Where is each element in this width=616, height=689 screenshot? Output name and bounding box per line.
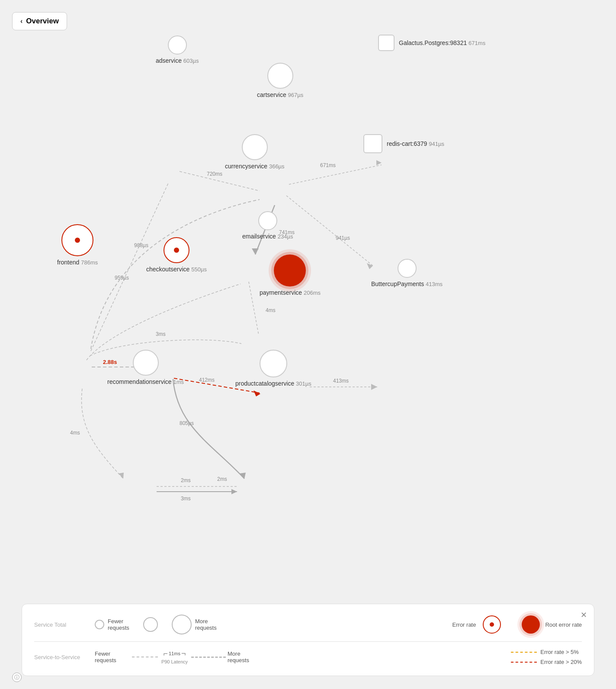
buttercup-circle [398, 259, 417, 278]
currencyservice-circle [242, 134, 268, 160]
legend-error-rate-item: Error rate [452, 621, 476, 628]
legend-s2s-more-label: Morerequests [228, 650, 249, 663]
node-cartservice[interactable]: cartservice 967µs [257, 63, 303, 98]
svg-marker-15 [119, 473, 124, 479]
legend-latency-value: 11ms [169, 651, 180, 656]
legend-dashed-small [132, 657, 158, 657]
legend-root-error-label-wrap: Root error rate [545, 621, 582, 628]
legend-error-circle [483, 615, 501, 634]
legend-circle-mid-item [143, 617, 158, 632]
node-adservice[interactable]: adservice 603µs [156, 35, 199, 64]
emailservice-label: emailservice 234µs [242, 233, 293, 240]
legend-error-5pct-label: Error rate > 5% [540, 649, 579, 655]
legend-error-20pct-label: Error rate > 20% [540, 659, 582, 665]
legend-panel: ✕ Service Total Fewerrequests Morereques… [22, 604, 594, 676]
legend-close-button[interactable]: ✕ [581, 610, 587, 620]
currencyservice-latency: 366µs [269, 163, 285, 170]
legend-dashed-large [191, 657, 226, 658]
legend-more-label: Morerequests [195, 618, 217, 631]
main-container: ‹ Overview 959µs 720ms 671ms 988µs 741ms… [0, 0, 616, 689]
redis-cart-latency: 941µs [429, 141, 444, 147]
legend-orange-dash [511, 652, 537, 653]
paymentservice-latency: 206ms [304, 290, 321, 296]
paymentservice-label: paymentservice 206ms [260, 289, 321, 296]
edge-label-frontend-adservice: 959µs [115, 275, 129, 281]
checkoutservice-latency: 550µs [191, 266, 207, 273]
adservice-label: adservice 603µs [156, 57, 199, 64]
legend-s2s-fewer: Fewerrequests [95, 650, 116, 663]
legend-error-20pct: Error rate > 20% [511, 659, 582, 665]
productcatalogservice-latency: 301µs [296, 380, 311, 387]
legend-root-error-circle [522, 615, 540, 634]
node-emailservice[interactable]: emailservice 234µs [242, 211, 293, 240]
legend-s2s-fewer-label: Fewerrequests [95, 650, 116, 663]
frontend-latency: 786ms [81, 259, 98, 266]
productcatalogservice-label: productcatalogservice 301µs [235, 380, 311, 387]
node-checkoutservice[interactable]: checkoutservice 550µs [146, 237, 207, 273]
node-galactus[interactable]: Galactus.Postgres:98321 671ms [378, 35, 485, 51]
legend-fewer-label: Fewerrequests [108, 618, 129, 631]
edge-label-frontend-rec: 4ms [70, 430, 80, 436]
edge-label-frontend-email: 3ms [156, 331, 166, 337]
legend-root-error-label: Root error rate [545, 621, 582, 628]
edge-label-currency-email: 4ms [266, 307, 276, 313]
currencyservice-label: currencyservice 366µs [225, 163, 285, 170]
svg-line-2 [289, 165, 382, 184]
redis-cart-label: redis-cart:6379 941µs [387, 140, 444, 147]
legend-bracket-right: ¬ [181, 650, 186, 657]
node-paymentservice[interactable]: paymentservice 206ms [260, 254, 321, 296]
cartservice-circle [267, 63, 293, 89]
legend-s2s-row: Service-to-Service Fewerrequests ⌐ 11ms … [34, 649, 582, 665]
svg-marker-5 [252, 248, 259, 254]
checkoutservice-error-dot [174, 248, 179, 253]
edge-label-cartservice-galactus: 671ms [320, 162, 336, 168]
svg-marker-19 [231, 489, 237, 494]
legend-error-5pct: Error rate > 5% [511, 649, 582, 655]
node-frontend[interactable]: frontend 786ms [57, 224, 98, 266]
legend-error-dot-inner [490, 622, 494, 627]
info-icon[interactable]: ⓘ [12, 673, 22, 682]
graph-edges-svg: 959µs 720ms 671ms 988µs 741ms 941µs 4ms … [0, 0, 616, 689]
adservice-latency: 603µs [183, 58, 199, 64]
legend-circle-large [172, 615, 192, 634]
buttercup-label: ButtercupPayments 413ms [371, 280, 443, 287]
edge-label-product-2ms: 2ms [217, 476, 227, 482]
node-currencyservice[interactable]: currencyservice 366µs [225, 134, 285, 170]
svg-marker-12 [253, 390, 260, 396]
svg-line-1 [180, 171, 260, 191]
recommendationservice-latency: 1ms [173, 379, 184, 385]
node-buttercup[interactable]: ButtercupPayments 413ms [371, 259, 443, 287]
emailservice-latency: 234µs [278, 233, 293, 240]
emailservice-circle [258, 211, 277, 230]
galactus-latency: 671ms [468, 40, 485, 46]
legend-fewer-requests: Fewerrequests [95, 618, 129, 631]
back-chevron-icon: ‹ [20, 17, 22, 25]
edge-label-rec-product1: 2ms [181, 477, 191, 483]
svg-marker-14 [371, 384, 377, 390]
overview-button[interactable]: ‹ Overview [12, 12, 67, 30]
edge-label-checkout-payment: 412ms [199, 377, 215, 383]
recommendationservice-circle [133, 350, 159, 376]
node-recommendationservice[interactable]: recommendationservice 1ms [107, 350, 184, 385]
productcatalogservice-circle [260, 350, 287, 377]
node-redis-cart[interactable]: redis-cart:6379 941µs [363, 134, 444, 153]
svg-marker-16 [240, 473, 246, 479]
legend-divider [34, 641, 582, 642]
svg-marker-3 [376, 160, 382, 165]
legend-more-requests: Morerequests [172, 615, 217, 634]
galactus-label: Galactus.Postgres:98321 671ms [399, 39, 485, 46]
recommendationservice-label: recommendationservice 1ms [107, 378, 184, 385]
buttercup-latency: 413ms [426, 281, 443, 287]
legend-red-dash [511, 662, 537, 663]
frontend-circle [61, 224, 93, 256]
redis-cart-square [363, 134, 382, 153]
galactus-square [378, 35, 395, 51]
legend-circle-medium [143, 617, 158, 632]
service-total-label: Service Total [34, 621, 95, 628]
overview-label: Overview [26, 17, 59, 26]
node-productcatalogservice[interactable]: productcatalogservice 301µs [235, 350, 311, 387]
cartservice-latency: 967µs [288, 92, 304, 98]
edge-label-rec-product2: 3ms [181, 496, 191, 502]
legend-latency-box: ⌐ 11ms ¬ P90 Latency [161, 650, 188, 664]
edge-label-payment-buttercup: 413ms [333, 378, 349, 384]
